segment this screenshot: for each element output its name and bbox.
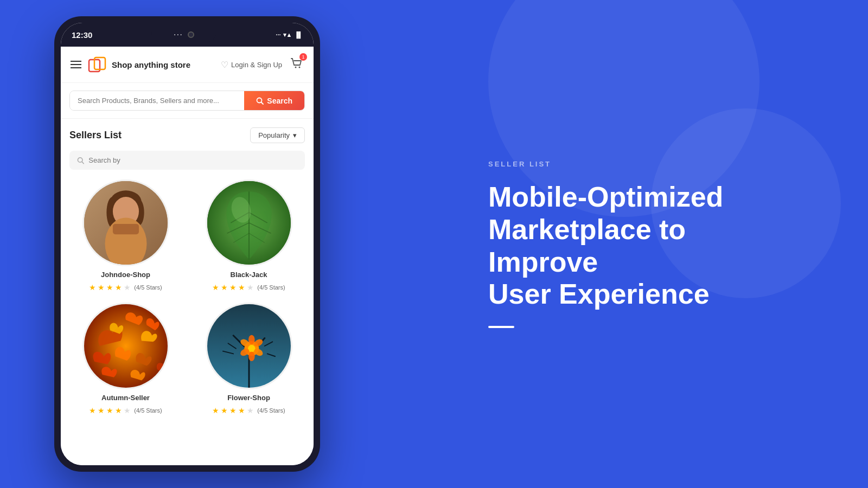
search-input[interactable] (70, 91, 244, 110)
search-button-label: Search (267, 97, 292, 105)
app-name-label: Shop anything store (112, 60, 190, 69)
blackjack-avatar-svg (207, 181, 291, 265)
app-content: Shop anything store ♡ Login & Sign Up (61, 47, 314, 465)
section-label: SELLER LIST (488, 160, 803, 168)
star-3: ★ (229, 406, 237, 415)
search-bar[interactable]: Search (69, 91, 305, 111)
star-4: ★ (238, 283, 245, 292)
heading-line3: User Experience (488, 278, 710, 310)
seller-name-johndoe: Johndoe-Shop (101, 271, 150, 279)
star-2: ★ (98, 283, 105, 292)
heading-line1: Mobile-Optimized (488, 181, 723, 213)
sort-dropdown[interactable]: Popularity ▾ (250, 127, 305, 143)
hamburger-menu[interactable] (71, 61, 81, 68)
star-4: ★ (238, 406, 245, 415)
star-3: ★ (229, 283, 237, 292)
logo-icon (87, 54, 107, 75)
rating-text-flower: (4/5 Stars) (257, 407, 285, 414)
phone-outer-shell: 12:30 ··· ··· ▾▲ ▐▌ (54, 16, 320, 472)
filter-bar[interactable] (69, 151, 305, 170)
app-header: Shop anything store ♡ Login & Sign Up (61, 47, 314, 83)
heart-icon: ♡ (221, 60, 228, 70)
cart-icon[interactable]: 1 (290, 56, 304, 73)
notch: ··· (151, 27, 216, 42)
star-1: ★ (212, 283, 219, 292)
star-1: ★ (89, 406, 96, 415)
seller-rating-autumn: ★ ★ ★ ★ ★ (4/5 Stars) (89, 406, 162, 415)
svg-point-32 (248, 352, 255, 361)
search-icon (256, 97, 264, 105)
wifi-icon: ▾▲ (283, 31, 292, 38)
svg-point-29 (248, 335, 255, 344)
rating-text-johndoe: (4/5 Stars) (134, 284, 162, 291)
heading-line2: Marketplace to Improve (488, 214, 686, 278)
login-button[interactable]: ♡ Login & Sign Up (221, 60, 282, 70)
signal-dots: ··· (276, 31, 280, 38)
status-icons: ··· ▾▲ ▐▌ (276, 31, 303, 38)
star-3: ★ (106, 283, 113, 292)
phone-mockup: 12:30 ··· ··· ▾▲ ▐▌ (54, 16, 336, 472)
seller-avatar-blackjack (206, 179, 292, 266)
svg-rect-15 (112, 224, 138, 234)
sellers-grid: Johndoe-Shop ★ ★ ★ ★ ★ (4/5 Stars) (69, 179, 305, 415)
star-5-empty: ★ (124, 283, 131, 292)
cart-badge: 1 (299, 53, 307, 61)
seller-rating-johndoe: ★ ★ ★ ★ ★ (4/5 Stars) (89, 283, 162, 292)
seller-card[interactable]: Flower-Shop ★ ★ ★ ★ ★ (4/5 Stars) (193, 303, 305, 415)
filter-input[interactable] (88, 156, 297, 164)
autumn-avatar-svg (84, 304, 168, 388)
battery-icon: ▐▌ (294, 31, 303, 38)
seller-card[interactable]: Johndoe-Shop ★ ★ ★ ★ ★ (4/5 Stars) (69, 179, 182, 292)
login-label: Login & Sign Up (231, 61, 282, 69)
seller-rating-flower: ★ ★ ★ ★ ★ (4/5 Stars) (212, 406, 285, 415)
main-heading: Mobile-Optimized Marketplace to Improve … (488, 181, 803, 311)
status-bar: 12:30 ··· ··· ▾▲ ▐▌ (61, 23, 314, 47)
sellers-header: Sellers List Popularity ▾ (69, 127, 305, 143)
chevron-down-icon: ▾ (293, 131, 297, 139)
seller-name-blackjack: Black-Jack (231, 271, 267, 279)
star-2: ★ (98, 406, 105, 415)
app-logo: Shop anything store (87, 54, 190, 75)
star-5-empty: ★ (124, 406, 131, 415)
heading-divider (488, 326, 514, 328)
header-right: ♡ Login & Sign Up 1 (221, 56, 304, 73)
sort-label: Popularity (258, 131, 290, 139)
star-4: ★ (115, 283, 122, 292)
sellers-title: Sellers List (69, 130, 122, 141)
seller-avatar-johndoe (82, 179, 169, 266)
svg-point-3 (299, 67, 301, 68)
seller-rating-blackjack: ★ ★ ★ ★ ★ (4/5 Stars) (212, 283, 285, 292)
svg-line-5 (261, 102, 264, 104)
johndoe-avatar-svg (84, 181, 168, 265)
seller-avatar-autumn (82, 303, 169, 389)
star-4: ★ (115, 406, 122, 415)
star-5-empty: ★ (247, 406, 254, 415)
rating-text-blackjack: (4/5 Stars) (257, 284, 285, 291)
logo-svg (87, 54, 107, 75)
header-left: Shop anything store (71, 54, 190, 75)
search-button[interactable]: Search (244, 91, 304, 110)
star-2: ★ (221, 283, 228, 292)
filter-search-icon (77, 157, 84, 164)
svg-point-2 (295, 67, 297, 68)
star-3: ★ (106, 406, 113, 415)
seller-name-autumn: Autumn-Seller (101, 394, 150, 402)
rating-text-autumn: (4/5 Stars) (134, 407, 162, 414)
star-1: ★ (89, 283, 96, 292)
seller-name-flower: Flower-Shop (227, 394, 270, 402)
seller-avatar-flower (206, 303, 292, 389)
star-5-empty: ★ (247, 283, 254, 292)
seller-card[interactable]: Black-Jack ★ ★ ★ ★ ★ (4/5 Stars) (193, 179, 305, 292)
sellers-section: Sellers List Popularity ▾ (61, 119, 314, 423)
star-1: ★ (212, 406, 219, 415)
svg-line-7 (82, 162, 84, 163)
seller-card[interactable]: Autumn-Seller ★ ★ ★ ★ ★ (4/5 Stars) (69, 303, 182, 415)
camera-dot (188, 31, 194, 38)
notch-dots: ··· (174, 32, 183, 38)
phone-screen: 12:30 ··· ··· ▾▲ ▐▌ (61, 23, 314, 465)
flower-avatar-svg (207, 304, 291, 388)
star-2: ★ (221, 406, 228, 415)
status-time: 12:30 (72, 30, 92, 40)
search-section: Search (61, 83, 314, 119)
right-panel: SELLER LIST Mobile-Optimized Marketplace… (423, 0, 868, 488)
